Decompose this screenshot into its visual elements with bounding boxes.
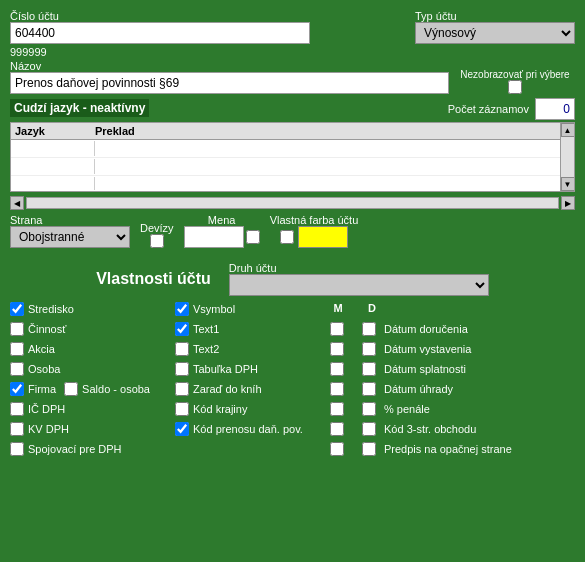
col2: Vsymbol Text1 Text2 Tabuľka DPH bbox=[175, 302, 320, 456]
datum-dorucenia-d-checkbox[interactable] bbox=[362, 322, 376, 336]
prop-datum-uhrady: Dátum úhrady bbox=[330, 382, 575, 396]
penale-label: % penále bbox=[384, 403, 430, 415]
datum-splatnosti-m-checkbox[interactable] bbox=[330, 362, 344, 376]
datum-dorucenia-checks bbox=[330, 322, 376, 336]
prop-tabulka-dph: Tabuľka DPH bbox=[175, 362, 320, 376]
datum-vystavenia-checks bbox=[330, 342, 376, 356]
kod-prenosu-checkbox[interactable] bbox=[175, 422, 189, 436]
cudzij-jazyk-header-row: Cudzí jazyk - neaktívny Počet záznamov bbox=[10, 98, 575, 120]
mena-checkbox[interactable] bbox=[246, 230, 260, 244]
firma-checkbox[interactable] bbox=[10, 382, 24, 396]
mena-input[interactable] bbox=[184, 226, 244, 248]
nazov-row: Názov Nezobrazovať pri výbere bbox=[10, 60, 575, 94]
prop-predpis: Predpis na opačnej strane bbox=[330, 442, 575, 456]
kod-krajiny-label: Kód krajiny bbox=[193, 403, 247, 415]
prop-datum-dorucenia: Dátum doručenia bbox=[330, 322, 575, 336]
jazyk-preklad-table: Jazyk Preklad ▲ ▼ bbox=[10, 122, 575, 192]
prop-text1: Text1 bbox=[175, 322, 320, 336]
osoba-checkbox[interactable] bbox=[10, 362, 24, 376]
prop-penale: % penále bbox=[330, 402, 575, 416]
cinnost-checkbox[interactable] bbox=[10, 322, 24, 336]
datum-dorucenia-label: Dátum doručenia bbox=[384, 323, 468, 335]
akcia-checkbox[interactable] bbox=[10, 342, 24, 356]
scroll-h-track[interactable] bbox=[26, 197, 559, 209]
pocet-zaznamov-label: Počet záznamov bbox=[448, 103, 529, 115]
datum-dorucenia-m-checkbox[interactable] bbox=[330, 322, 344, 336]
scroll-up-arrow[interactable]: ▲ bbox=[561, 123, 575, 137]
prop-stredisko: Stredisko bbox=[10, 302, 165, 316]
datum-vystavenia-d-checkbox[interactable] bbox=[362, 342, 376, 356]
cinnost-label: Činnosť bbox=[28, 323, 66, 335]
vlastna-farba-label: Vlastná farba účtu bbox=[270, 214, 359, 226]
datum-splatnosti-checks bbox=[330, 362, 376, 376]
predpis-m-checkbox[interactable] bbox=[330, 442, 344, 456]
kv-dph-label: KV DPH bbox=[28, 423, 69, 435]
vsymbol-checkbox[interactable] bbox=[175, 302, 189, 316]
scroll-right-arrow[interactable]: ▶ bbox=[561, 196, 575, 210]
scroll-down-arrow[interactable]: ▼ bbox=[561, 177, 575, 191]
nazov-input[interactable] bbox=[10, 72, 449, 94]
cislo-uctu-input[interactable] bbox=[10, 22, 310, 44]
druh-uctu-row: Vlastnosti účtu Druh účtu bbox=[10, 262, 575, 296]
devizy-checkbox[interactable] bbox=[150, 234, 164, 248]
datum-uhrady-d-checkbox[interactable] bbox=[362, 382, 376, 396]
penale-m-checkbox[interactable] bbox=[330, 402, 344, 416]
kod-3str-d-checkbox[interactable] bbox=[362, 422, 376, 436]
scroll-left-arrow[interactable]: ◀ bbox=[10, 196, 24, 210]
table-header: Jazyk Preklad bbox=[11, 123, 574, 140]
zarad-do-knih-label: Zaraď do kníh bbox=[193, 383, 262, 395]
prop-osoba: Osoba bbox=[10, 362, 165, 376]
nezobrazovat-checkbox[interactable] bbox=[508, 80, 522, 94]
kod-prenosu-label: Kód prenosu daň. pov. bbox=[193, 423, 303, 435]
penale-d-checkbox[interactable] bbox=[362, 402, 376, 416]
text2-checkbox[interactable] bbox=[175, 342, 189, 356]
saldo-osoba-checkbox[interactable] bbox=[64, 382, 78, 396]
spojovaci-label: Spojovací pre DPH bbox=[28, 443, 122, 455]
prop-kod-prenosu: Kód prenosu daň. pov. bbox=[175, 422, 320, 436]
vlastna-farba-checkbox[interactable] bbox=[280, 230, 294, 244]
druh-uctu-section: Druh účtu bbox=[229, 262, 489, 296]
zarad-do-knih-checkbox[interactable] bbox=[175, 382, 189, 396]
nezobrazovat-section: Nezobrazovať pri výbere bbox=[455, 69, 575, 94]
col-jazyk-header: Jazyk bbox=[15, 125, 95, 137]
tabulka-dph-label: Tabuľka DPH bbox=[193, 363, 258, 375]
typ-uctu-select[interactable]: Výnosový Nákladový Súvahový bbox=[415, 22, 575, 44]
color-box[interactable] bbox=[298, 226, 348, 248]
stredisko-checkbox[interactable] bbox=[10, 302, 24, 316]
akcia-label: Akcia bbox=[28, 343, 55, 355]
strana-select[interactable]: Obojstranné Má dať Dal bbox=[10, 226, 130, 248]
datum-uhrady-checks bbox=[330, 382, 376, 396]
predpis-d-checkbox[interactable] bbox=[362, 442, 376, 456]
penale-checks bbox=[330, 402, 376, 416]
devizy-group: Devízy bbox=[140, 222, 174, 248]
cislo-uctu-label: Číslo účtu bbox=[10, 10, 405, 22]
datum-vystavenia-label: Dátum vystavenia bbox=[384, 343, 471, 355]
text1-label: Text1 bbox=[193, 323, 219, 335]
pocet-zaznamov-row: Počet záznamov bbox=[448, 98, 575, 120]
tabulka-dph-checkbox[interactable] bbox=[175, 362, 189, 376]
col-preklad-header: Preklad bbox=[95, 125, 570, 137]
mena-label: Mena bbox=[208, 214, 236, 226]
kv-dph-checkbox[interactable] bbox=[10, 422, 24, 436]
kod-krajiny-checkbox[interactable] bbox=[175, 402, 189, 416]
vsymbol-label: Vsymbol bbox=[193, 303, 235, 315]
pocet-zaznamov-input[interactable] bbox=[535, 98, 575, 120]
prop-kod-3str: Kód 3-str. obchodu bbox=[330, 422, 575, 436]
datum-splatnosti-d-checkbox[interactable] bbox=[362, 362, 376, 376]
properties-grid: Stredisko Činnosť Akcia Osoba bbox=[10, 302, 575, 456]
prop-vsymbol: Vsymbol bbox=[175, 302, 320, 316]
prop-cinnost: Činnosť bbox=[10, 322, 165, 336]
kod-3str-m-checkbox[interactable] bbox=[330, 422, 344, 436]
datum-splatnosti-label: Dátum splatnosti bbox=[384, 363, 466, 375]
main-container: Číslo účtu 999999 Typ účtu Výnosový Nákl… bbox=[0, 0, 585, 562]
text1-checkbox[interactable] bbox=[175, 322, 189, 336]
druh-uctu-select[interactable] bbox=[229, 274, 489, 296]
prop-datum-splatnosti: Dátum splatnosti bbox=[330, 362, 575, 376]
ic-dph-checkbox[interactable] bbox=[10, 402, 24, 416]
datum-uhrady-m-checkbox[interactable] bbox=[330, 382, 344, 396]
datum-vystavenia-m-checkbox[interactable] bbox=[330, 342, 344, 356]
d-label: D bbox=[364, 302, 380, 314]
vertical-scrollbar[interactable]: ▲ ▼ bbox=[560, 123, 574, 191]
spojovaci-checkbox[interactable] bbox=[10, 442, 24, 456]
datum-uhrady-label: Dátum úhrady bbox=[384, 383, 453, 395]
